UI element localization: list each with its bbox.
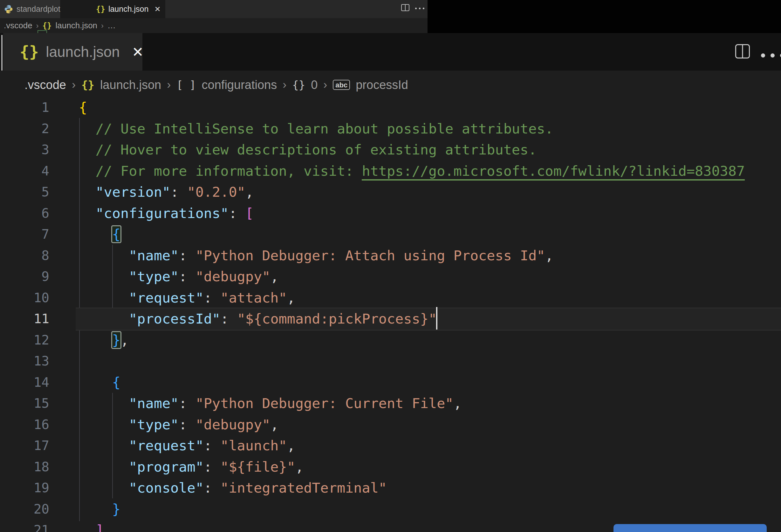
code-line-text: // Hover to view descriptions of existin… bbox=[79, 139, 537, 161]
line-number[interactable]: 5 bbox=[0, 181, 49, 203]
code-line-text: "type": "debugpy", bbox=[79, 266, 279, 287]
code-line-text: // Use IntelliSense to learn about possi… bbox=[79, 118, 553, 139]
redacted-region bbox=[427, 0, 781, 34]
code-line[interactable]: 12 }, bbox=[0, 330, 781, 351]
tab-label: launch.json bbox=[109, 4, 149, 14]
code-line[interactable]: 2 // Use IntelliSense to learn about pos… bbox=[0, 118, 781, 139]
code-line-text: "program": "${file}", bbox=[79, 456, 303, 478]
line-number[interactable]: 12 bbox=[0, 330, 49, 351]
code-line-text: }, bbox=[79, 330, 129, 351]
code-line[interactable]: 1{ bbox=[0, 97, 781, 118]
code-line[interactable]: 7 { bbox=[0, 224, 781, 245]
code-line[interactable]: 5 "version": "0.2.0", bbox=[0, 181, 781, 203]
line-number[interactable]: 9 bbox=[0, 266, 49, 287]
chevron-right-icon: › bbox=[283, 78, 286, 91]
line-number[interactable]: 7 bbox=[0, 224, 49, 245]
breadcrumb-item-vscode[interactable]: .vscode bbox=[4, 21, 32, 31]
line-number[interactable]: 1 bbox=[0, 97, 49, 118]
more-actions-icon[interactable] bbox=[415, 8, 424, 9]
line-number[interactable]: 8 bbox=[0, 245, 49, 266]
line-number[interactable]: 11 bbox=[0, 308, 49, 330]
code-line[interactable]: 6 "configurations": [ bbox=[0, 203, 781, 224]
line-number[interactable]: 6 bbox=[0, 203, 49, 224]
json-braces-icon: {} bbox=[96, 5, 105, 14]
code-line-text: } bbox=[79, 499, 120, 520]
line-number[interactable]: 16 bbox=[0, 414, 49, 436]
code-line[interactable]: 4 // For more information, visit: https:… bbox=[0, 161, 781, 182]
line-number[interactable]: 2 bbox=[0, 118, 49, 139]
line-number[interactable]: 18 bbox=[0, 456, 49, 478]
breadcrumb-item-launch-json[interactable]: launch.json bbox=[56, 21, 97, 31]
code-line-text: "version": "0.2.0", bbox=[79, 181, 254, 203]
tab-standardplot-py[interactable]: standardplot.py bbox=[0, 0, 60, 18]
tab-launch-json-magnified[interactable]: {} launch.json ✕ bbox=[3, 33, 142, 71]
code-line[interactable]: 13 bbox=[0, 351, 781, 372]
split-editor-icon[interactable] bbox=[401, 4, 409, 11]
line-number[interactable]: 14 bbox=[0, 372, 49, 393]
comment-link[interactable]: https://go.microsoft.com/fwlink/?linkid=… bbox=[362, 163, 745, 180]
array-symbol-icon: [ ] bbox=[176, 79, 196, 91]
line-number[interactable]: 15 bbox=[0, 393, 49, 414]
line-number[interactable]: 21 bbox=[0, 520, 49, 532]
line-number[interactable]: 4 bbox=[0, 161, 49, 182]
code-line[interactable]: 18 "program": "${file}", bbox=[0, 456, 781, 478]
code-line-text: { bbox=[79, 372, 120, 393]
line-number[interactable]: 17 bbox=[0, 435, 49, 456]
code-line[interactable]: 3 // Hover to view descriptions of exist… bbox=[0, 139, 781, 161]
split-editor-icon[interactable] bbox=[735, 44, 750, 58]
code-line-text: "name": "Python Debugger: Current File", bbox=[79, 393, 462, 414]
chevron-right-icon: › bbox=[101, 21, 104, 30]
chevron-right-icon: › bbox=[36, 21, 39, 30]
breadcrumb-item--vscode[interactable]: .vscode bbox=[25, 78, 66, 92]
code-line[interactable]: 11 "processId": "${command:pickProcess}" bbox=[0, 308, 781, 330]
breadcrumb: .vscode › {} launch.json › … bbox=[0, 18, 427, 33]
code-line-text: { bbox=[79, 224, 120, 245]
code-line[interactable]: 9 "type": "debugpy", bbox=[0, 266, 781, 287]
breadcrumb-item-processid[interactable]: processId bbox=[356, 78, 408, 92]
breadcrumb-item-configurations[interactable]: configurations bbox=[202, 78, 277, 92]
string-symbol-icon: abc bbox=[333, 80, 350, 90]
code-line[interactable]: 17 "request": "launch", bbox=[0, 435, 781, 456]
chevron-right-icon: › bbox=[323, 78, 327, 91]
breadcrumb-item-launch-json[interactable]: launch.json bbox=[100, 78, 161, 92]
json-file-icon: {} bbox=[81, 79, 94, 91]
tab-launch-json[interactable]: {} launch.json ✕ bbox=[60, 0, 165, 18]
code-line-text: "type": "debugpy", bbox=[79, 414, 279, 436]
code-line-text: ] bbox=[79, 520, 104, 532]
code-line[interactable]: 8 "name": "Python Debugger: Attach using… bbox=[0, 245, 781, 266]
close-tab-icon[interactable]: ✕ bbox=[132, 44, 144, 60]
python-icon bbox=[4, 4, 13, 14]
line-number[interactable]: 3 bbox=[0, 139, 49, 161]
code-line-text: "processId": "${command:pickProcess}" bbox=[79, 308, 437, 330]
code-line-text: "console": "integratedTerminal" bbox=[79, 477, 387, 499]
more-actions-icon[interactable] bbox=[761, 53, 781, 57]
line-number[interactable]: 20 bbox=[0, 499, 49, 520]
line-number[interactable]: 13 bbox=[0, 351, 49, 372]
code-line[interactable]: 16 "type": "debugpy", bbox=[0, 414, 781, 436]
code-line[interactable]: 19 "console": "integratedTerminal" bbox=[0, 477, 781, 499]
line-number[interactable]: 10 bbox=[0, 287, 49, 309]
line-number[interactable]: 19 bbox=[0, 477, 49, 499]
code-line-text: // For more information, visit: https://… bbox=[79, 161, 745, 182]
code-line-text: "request": "attach", bbox=[79, 287, 295, 309]
code-line[interactable]: 15 "name": "Python Debugger: Current Fil… bbox=[0, 393, 781, 414]
tab-label: launch.json bbox=[46, 43, 120, 60]
code-line-text: "name": "Python Debugger: Attach using P… bbox=[79, 245, 553, 266]
breadcrumb-magnified: .vscode›{}launch.json›[ ]configurations›… bbox=[0, 71, 781, 99]
code-line[interactable]: 14 { bbox=[0, 372, 781, 393]
code-line-text: "configurations": [ bbox=[79, 203, 254, 224]
object-symbol-icon: {} bbox=[292, 79, 305, 91]
close-tab-icon[interactable]: ✕ bbox=[154, 5, 161, 14]
json-braces-icon: {} bbox=[43, 21, 52, 30]
text-cursor bbox=[436, 307, 438, 330]
code-line-text: "request": "launch", bbox=[79, 435, 295, 456]
add-configuration-button[interactable] bbox=[614, 524, 767, 532]
breadcrumb-item-0[interactable]: 0 bbox=[311, 78, 318, 92]
code-line[interactable]: 10 "request": "attach", bbox=[0, 287, 781, 309]
code-line[interactable]: 20 } bbox=[0, 499, 781, 520]
breadcrumb-item-more[interactable]: … bbox=[108, 21, 116, 31]
chevron-right-icon: › bbox=[72, 78, 76, 91]
chevron-right-icon: › bbox=[167, 78, 171, 91]
json-braces-icon: {} bbox=[20, 43, 39, 61]
vscode-window: standardplot.py {} launch.json ✕ .vscode… bbox=[0, 0, 781, 532]
